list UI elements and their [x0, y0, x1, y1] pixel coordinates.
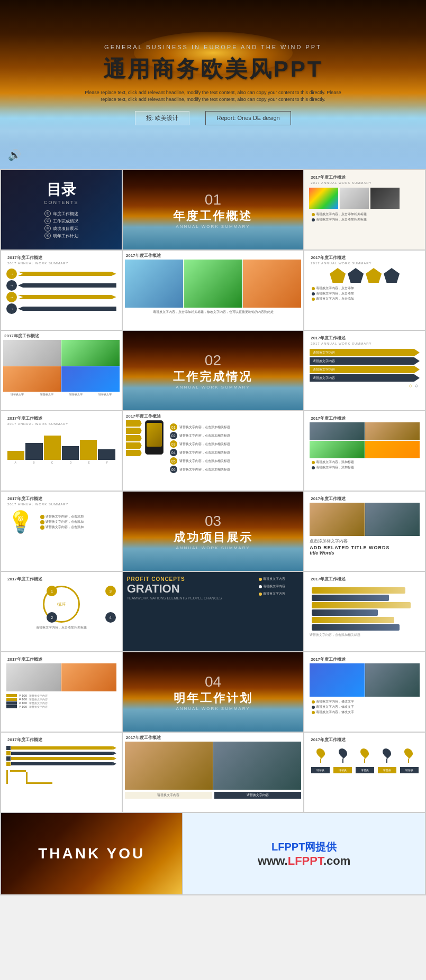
photo-person: [340, 188, 369, 209]
photo-sky: [125, 260, 183, 308]
contents-item-3: ③成功项目展示: [44, 225, 78, 232]
grad-bar-1: [312, 587, 405, 594]
hero-subtitle: GENERAL BUSINESS IN EUROPE AND THE WIND …: [104, 44, 322, 50]
ph-pt2: [61, 663, 116, 691]
slide-header-2a: 2017年度工作概述: [4, 253, 119, 262]
ph-h1: [310, 503, 364, 536]
title-words-label: title Words: [307, 550, 422, 556]
bar-2: [25, 443, 42, 460]
bar-6: [98, 449, 115, 460]
pentagon-2: [348, 268, 364, 283]
circle-3: →: [6, 292, 17, 302]
info-row-1: 请替换文字内容，点击添加相关标题: [312, 212, 418, 217]
slide-photos2: 2017年度工作概述 请替换文字内容，添加标题 请替换文字内容，添加标题: [304, 411, 425, 491]
section3-cn: 成功项目展示: [174, 530, 253, 546]
pentagon-3: [366, 268, 382, 283]
lfppt-line1: LFPPT网提供: [271, 840, 337, 854]
lfppt-text1: LFPPT网提供: [271, 841, 337, 853]
slide-mappins: 2017年度工作概述: [304, 733, 425, 812]
circle-2: →: [6, 280, 17, 291]
circle-4: →: [6, 303, 17, 314]
num-item-4: 04请替换文字内容，点击添加相关标题: [170, 449, 297, 456]
slide-section2: 02 工作完成情况 ANNUAL WORK SUMMARY: [123, 331, 304, 410]
pin-5: [405, 748, 412, 763]
slide-info1: 2017年度工作概述 2017 ANNUAL WORK SUMMARY 请替换文…: [304, 170, 425, 249]
btn-report-cn[interactable]: 报: 欧美设计: [135, 111, 189, 125]
pentagon-4: [384, 268, 400, 283]
slide-header-1: 2017年度工作概述: [307, 172, 422, 181]
hero-section: GENERAL BUSINESS IN EUROPE AND THE WIND …: [0, 0, 426, 169]
p2: [61, 340, 119, 366]
contents-title-en: CONTENTS: [44, 200, 79, 205]
contents-list: ①年度工作概述 ②工作完成情况 ③成功项目展示 ④明年工作计划: [44, 209, 78, 240]
contents-item-1: ①年度工作概述: [44, 210, 78, 217]
add-title-words: ADD RELATED TITLE WORDS: [307, 545, 422, 550]
num-item-1: 01请替换文字内容，点击添加相关标题: [170, 423, 297, 431]
slide-gradbars: 2017年度工作概述 请替换文字内容，点击添加相关标题: [304, 572, 425, 651]
numbered-list: 01请替换文字内容，点击添加相关标题 02请替换文字内容，点击添加相关标题 03…: [167, 420, 300, 476]
slide-banners: 2017年度工作概述 2017 ANNUAL WORK SUMMARY 请替换文…: [304, 331, 425, 410]
photo-green: [184, 260, 242, 308]
phone-mockup: [145, 420, 164, 455]
row-8: 2017年度工作概述: [1, 733, 425, 812]
photo-warm: [243, 260, 302, 308]
slide-photo-text: 2017年度工作概述 ¥ 100 请替换文字内容 ¥ 100 请替换文字内容: [1, 652, 122, 732]
caption-2: 请替换文字内容: [214, 792, 302, 799]
ph-pt1: [6, 663, 61, 691]
row-3: 2017年度工作概述 请替换文字请替换文字请替换文字请替换文字 02 工作完成情…: [1, 331, 425, 410]
slide-title-words: 2017年度工作概述 点击添加标文字内容 ADD RELATED TITLE W…: [304, 492, 425, 571]
ph-h2: [365, 503, 420, 536]
p3: [3, 366, 61, 392]
slide-barchart: 2017年度工作概述 2017 ANNUAL WORK SUMMARY ABCD…: [1, 411, 122, 491]
bar-1: [7, 451, 24, 460]
pin-1: [317, 748, 324, 763]
speaker-icon: 🔊: [8, 149, 21, 161]
slide-subheader-1: 2017 ANNUAL WORK SUMMARY: [307, 181, 422, 186]
section4-cn: 明年工作计划: [174, 690, 253, 706]
migration-word: GRATION: [127, 582, 254, 596]
ph-b1: [310, 422, 364, 440]
slide-contents: 目录 CONTENTS ①年度工作概述 ②工作完成情况 ③成功项目展示 ④明年工…: [1, 170, 122, 249]
contents-title-cn: 目录: [47, 180, 76, 200]
num-item-6: 06请替换文字内容，点击添加相关标题: [170, 466, 297, 473]
num-item-3: 03请替换文字内容，点击添加相关标题: [170, 440, 297, 448]
photo-dark: [370, 188, 400, 209]
hero-desc: Please replace text, click add relevant …: [81, 89, 346, 103]
section1-cn: 年度工作概述: [173, 208, 252, 224]
bar-4: [62, 446, 79, 460]
section2-num: 02: [205, 352, 221, 369]
grad-bar-2: [312, 595, 388, 601]
pin-2: [339, 748, 347, 763]
contents-item-2: ②工作完成情况: [44, 218, 78, 224]
slide-bulb: 2017年度工作概述 2017 ANNUAL WORK SUMMARY 💡 请替…: [1, 492, 122, 571]
slide-section3: 03 成功项目展示 ANNUAL WORK SUMMARY: [123, 492, 303, 571]
row-2: 2017年度工作概述 2017 ANNUAL WORK SUMMARY → → …: [1, 251, 425, 330]
slide-photos3: 2017年度工作概述 请替换文字内容，修改文字 请替换文字内容，修改文字 请替换…: [304, 652, 425, 732]
hero-buttons: 报: 欧美设计 Report: Ones DE design: [135, 111, 291, 125]
section1-num: 01: [205, 191, 221, 208]
thankyou-text: THANK YOU: [38, 845, 145, 862]
p1: [3, 340, 61, 366]
ph-pe1: [125, 742, 213, 790]
ph-b2: [365, 422, 420, 440]
section2-en: ANNUAL WORK SUMMARY: [176, 385, 250, 390]
slide-thankyou: THANK YOU: [1, 813, 182, 894]
slide-arrows: 2017年度工作概述 2017 ANNUAL WORK SUMMARY → → …: [1, 251, 122, 330]
btn-report-en[interactable]: Report: Ones DE design: [205, 111, 291, 125]
row-9: THANK YOU LFPPT网提供 www.LFPPT.com: [1, 813, 425, 894]
p4: [61, 366, 119, 392]
slide-arrowpath: 2017年度工作概述: [1, 733, 122, 812]
row-6: 2017年度工作概述 循环 1 2 3 4 请替换文字内容，点击添加相关标题 P…: [1, 572, 425, 651]
section2-cn: 工作完成情况: [173, 369, 252, 385]
row-5: 2017年度工作概述 2017 ANNUAL WORK SUMMARY 💡 请替…: [1, 492, 425, 571]
lfppt-line2: www.LFPPT.com: [258, 854, 350, 868]
bar-3: [44, 436, 61, 460]
circle-1: →: [6, 269, 17, 279]
pin-3: [361, 748, 368, 763]
ph-c2: [365, 663, 420, 697]
cycle-node1: 1: [47, 586, 57, 596]
hero-title-cn: 通用商务欧美风PPT: [103, 54, 323, 84]
grad-bar-4: [312, 609, 378, 616]
cycle-node2: 2: [47, 612, 57, 623]
section3-num: 03: [205, 513, 221, 530]
